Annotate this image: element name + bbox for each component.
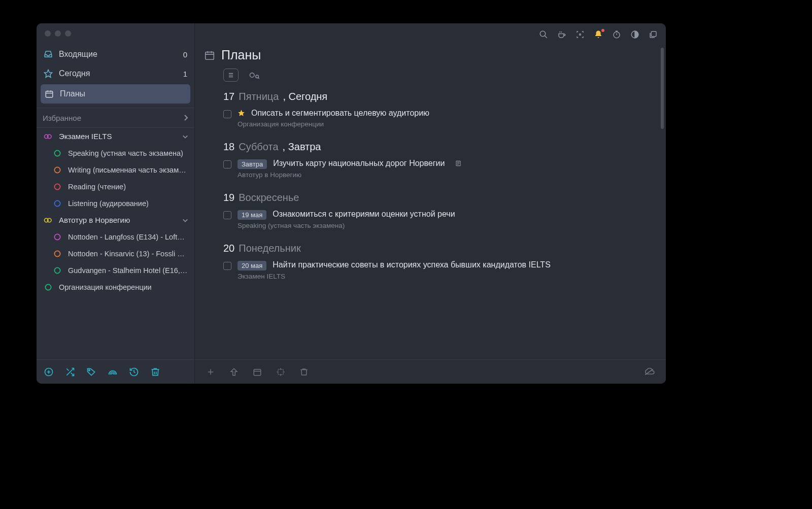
add-button[interactable] <box>44 367 54 377</box>
progress-ring-icon <box>52 266 63 275</box>
tag-button[interactable] <box>86 367 96 377</box>
day-number: 20 <box>223 243 234 254</box>
sidebar-item-today[interactable]: Сегодня 1 <box>37 64 194 83</box>
project-item[interactable]: Listening (аудирование) <box>37 195 194 212</box>
task-title: Изучить карту национальных дорог Норвеги… <box>273 159 445 168</box>
favorites-section[interactable]: Избранное <box>37 108 194 128</box>
task-checkbox[interactable] <box>223 262 231 270</box>
note-icon <box>455 160 462 167</box>
minimize-window-button[interactable] <box>55 30 61 37</box>
project-label: Организация конференции <box>59 283 188 291</box>
project-item[interactable]: Speaking (устная часть экзамена) <box>37 145 194 161</box>
chevron-right-icon <box>183 114 188 121</box>
task-list[interactable]: 17Пятница, СегодняОписать и сегментирова… <box>195 85 666 384</box>
scrollbar[interactable] <box>661 48 664 129</box>
project-label: Gudvangen - Stalheim Hotel (E16,… <box>68 266 188 275</box>
goal-icon <box>43 133 54 140</box>
filter-button[interactable] <box>247 69 262 82</box>
svg-point-41 <box>250 73 254 78</box>
day-header: 18Суббота, Завтра <box>223 141 651 153</box>
favorites-label: Избранное <box>43 114 81 122</box>
trash-button[interactable] <box>150 367 160 377</box>
calendar-icon <box>204 50 215 61</box>
zoom-window-button[interactable] <box>65 30 71 37</box>
new-task-button[interactable] <box>206 367 215 377</box>
task-title: Ознакомиться с критериями оценки устной … <box>273 210 455 219</box>
project-item[interactable]: Организация конференции <box>37 279 194 295</box>
progress-ring-icon <box>52 199 63 208</box>
rainbow-button[interactable] <box>108 367 118 377</box>
chevron-down-icon[interactable] <box>182 134 188 139</box>
svg-line-22 <box>66 368 69 370</box>
svg-rect-33 <box>651 31 656 37</box>
project-group[interactable]: Экзамен IELTS <box>37 128 194 145</box>
project-label: Nottoden - Kinsarvic (13) - Fossli … <box>68 250 188 258</box>
task-title: Описать и сегментировать целевую аудитор… <box>251 109 429 118</box>
progress-ring-icon <box>52 183 63 191</box>
task-checkbox[interactable] <box>223 160 231 168</box>
task-row[interactable]: 20 маяНайти практические советы в истори… <box>223 258 651 272</box>
task-project: Организация конференции <box>238 120 651 128</box>
chevron-down-icon[interactable] <box>182 218 188 223</box>
day-number: 18 <box>223 141 234 153</box>
svg-marker-51 <box>231 368 237 376</box>
main-pane: Планы 17Пятница, СегодняОписать и сегмен… <box>195 23 666 384</box>
svg-marker-0 <box>45 70 52 78</box>
project-item[interactable]: Reading (чтение) <box>37 178 194 195</box>
project-label: Speaking (устная часть экзамена) <box>68 149 188 157</box>
day-weekday: Понедельник <box>239 243 300 254</box>
schedule-button[interactable] <box>253 367 262 377</box>
day-number: 17 <box>223 91 234 103</box>
task-row[interactable]: 19 маяОзнакомиться с критериями оценки у… <box>223 208 651 221</box>
shuffle-button[interactable] <box>65 367 75 377</box>
project-group[interactable]: Автотур в Норвегию <box>37 212 194 228</box>
page-title: Планы <box>221 48 261 62</box>
search-button[interactable] <box>539 30 548 39</box>
sync-button[interactable] <box>644 368 655 376</box>
sidebar-item-inbox[interactable]: Входящие 0 <box>37 45 194 64</box>
project-label: Reading (чтение) <box>68 183 188 191</box>
progress-ring-icon <box>43 283 54 291</box>
sidebar-item-plans[interactable]: Планы <box>41 84 190 104</box>
task-checkbox[interactable] <box>223 110 231 118</box>
project-label: Nottoden - Langfoss (E134) - Loft… <box>68 233 188 241</box>
history-button[interactable] <box>129 367 139 377</box>
date-badge: Завтра <box>238 159 267 169</box>
task-row[interactable]: ЗавтраИзучить карту национальных дорог Н… <box>223 157 651 170</box>
top-toolbar <box>195 23 666 46</box>
project-item[interactable]: Writing (письменная часть экзам… <box>37 161 194 178</box>
task-checkbox[interactable] <box>223 211 231 219</box>
svg-rect-54 <box>278 369 284 375</box>
nav-label: Входящие <box>59 50 183 59</box>
move-button[interactable] <box>229 367 239 377</box>
calendar-icon <box>44 89 55 98</box>
task-row[interactable]: Описать и сегментировать целевую аудитор… <box>223 107 651 119</box>
list-view-button[interactable] <box>223 69 239 82</box>
timer-button[interactable] <box>612 30 621 39</box>
svg-line-21 <box>71 372 74 376</box>
panels-button[interactable] <box>649 30 658 39</box>
inbox-icon <box>43 50 54 59</box>
task-project: Экзамен IELTS <box>238 273 651 280</box>
project-list: Экзамен IELTSSpeaking (устная часть экза… <box>37 128 194 295</box>
contrast-button[interactable] <box>630 30 639 39</box>
project-item[interactable]: Gudvangen - Stalheim Hotel (E16,… <box>37 262 194 279</box>
progress-ring-icon <box>52 233 63 241</box>
svg-point-24 <box>540 31 546 37</box>
coffee-button[interactable] <box>557 30 566 39</box>
project-item[interactable]: Nottoden - Langfoss (E134) - Loft… <box>37 228 194 245</box>
target-button[interactable] <box>276 367 285 377</box>
bell-button[interactable] <box>594 30 603 39</box>
svg-marker-44 <box>238 110 245 116</box>
date-badge: 19 мая <box>238 210 266 220</box>
day-weekday: Воскресенье <box>239 192 299 203</box>
day-header: 17Пятница, Сегодня <box>223 91 651 103</box>
close-window-button[interactable] <box>45 30 51 37</box>
focus-button[interactable] <box>576 30 585 39</box>
delete-button[interactable] <box>299 367 309 377</box>
svg-line-43 <box>258 78 259 79</box>
day-block: 18Суббота, ЗавтраЗавтраИзучить карту нац… <box>195 137 666 188</box>
project-item[interactable]: Nottoden - Kinsarvic (13) - Fossli … <box>37 245 194 262</box>
progress-ring-icon <box>52 149 63 157</box>
progress-ring-icon <box>52 166 63 174</box>
